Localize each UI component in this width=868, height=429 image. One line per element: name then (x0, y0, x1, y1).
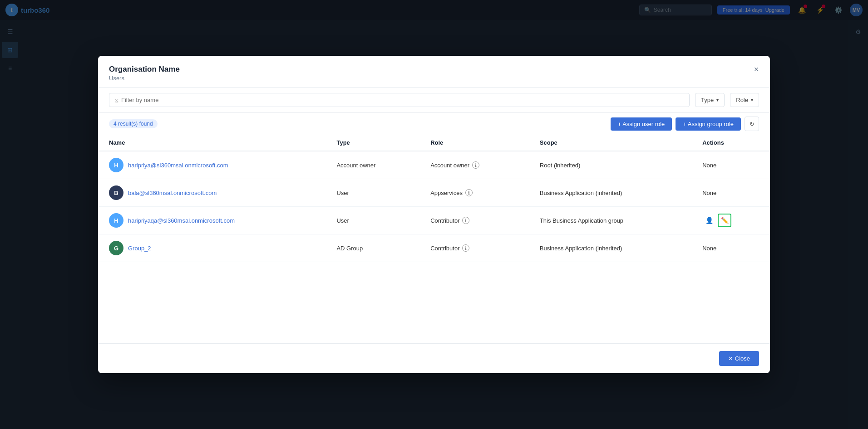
user-link[interactable]: bala@sl360msal.onmicrosoft.com (128, 190, 217, 196)
remove-user-icon: 👤 (705, 217, 713, 224)
type-cell: User (326, 207, 419, 234)
chevron-down-icon: ▾ (716, 98, 719, 102)
table-row: B bala@sl360msal.onmicrosoft.com User Ap… (98, 179, 770, 207)
scope-cell: This Business Application group (529, 207, 691, 234)
role-cell: Contributor ℹ (419, 234, 529, 262)
col-header-type: Type (326, 135, 419, 151)
user-link[interactable]: haripriya@sl360msal.onmicrosoft.com (128, 162, 228, 169)
table-header: Name Type Role Scope Actions (98, 135, 770, 151)
type-cell: AD Group (326, 234, 419, 262)
refresh-icon: ↻ (750, 121, 755, 127)
table-row: H haripriyaqa@sl360msal.onmicrosoft.com … (98, 207, 770, 234)
edit-user-button[interactable]: ✏️ (718, 214, 731, 227)
actions-cell[interactable]: 👤 ✏️ (691, 207, 770, 234)
role-dropdown[interactable]: Role ▾ (730, 93, 759, 107)
col-header-role: Role (419, 135, 529, 151)
modal-overlay: Organisation Name Users × ⧖ Type ▾ Role … (0, 0, 868, 429)
type-dropdown[interactable]: Type ▾ (695, 93, 725, 107)
type-cell: Account owner (326, 151, 419, 179)
chevron-down-icon: ▾ (751, 98, 753, 102)
actions-right: + Assign user role + Assign group role ↻ (611, 117, 759, 131)
edit-user-icon: ✏️ (721, 217, 729, 224)
avatar: G (109, 241, 123, 255)
scope-cell: Business Application (inherited) (529, 179, 691, 207)
user-link[interactable]: Group_2 (128, 245, 151, 252)
remove-user-button[interactable]: 👤 (702, 214, 716, 227)
user-name-cell: H haripriyaqa@sl360msal.onmicrosoft.com (98, 207, 326, 234)
type-dropdown-label: Type (701, 97, 714, 103)
role-info-icon[interactable]: ℹ (465, 189, 473, 196)
role-cell: Account owner ℹ (419, 151, 529, 179)
avatar: H (109, 158, 123, 172)
col-header-name: Name (98, 135, 326, 151)
col-header-scope: Scope (529, 135, 691, 151)
filter-icon: ⧖ (115, 97, 118, 103)
col-header-actions: Actions (691, 135, 770, 151)
avatar: B (109, 185, 123, 200)
table-row: G Group_2 AD Group Contributor ℹ Busines… (98, 234, 770, 262)
actions-cell: None (691, 234, 770, 262)
assign-user-role-button[interactable]: + Assign user role (611, 117, 672, 131)
avatar: H (109, 213, 123, 228)
table-row: H haripriya@sl360msal.onmicrosoft.com Ac… (98, 151, 770, 179)
user-name-cell: H haripriya@sl360msal.onmicrosoft.com (98, 151, 326, 179)
modal-footer: ✕ Close (98, 343, 770, 373)
close-modal-button[interactable]: ✕ Close (719, 351, 759, 366)
users-table-container: Name Type Role Scope Actions H haripriya (98, 135, 770, 343)
role-cell: Appservices ℹ (419, 179, 529, 207)
modal-title: Organisation Name (109, 65, 759, 74)
results-badge: 4 result(s) found (109, 119, 158, 128)
user-name-cell: B bala@sl360msal.onmicrosoft.com (98, 179, 326, 207)
modal-header: Organisation Name Users × (98, 56, 770, 88)
actions-cell: None (691, 151, 770, 179)
refresh-button[interactable]: ↻ (745, 117, 759, 131)
users-table: Name Type Role Scope Actions H haripriya (98, 135, 770, 262)
role-info-icon[interactable]: ℹ (462, 244, 469, 252)
user-name-cell: G Group_2 (98, 234, 326, 262)
table-body: H haripriya@sl360msal.onmicrosoft.com Ac… (98, 151, 770, 262)
scope-cell: Root (inherited) (529, 151, 691, 179)
modal-subtitle: Users (109, 75, 759, 82)
filter-by-name-input[interactable] (121, 97, 684, 103)
modal-close-button[interactable]: × (750, 63, 763, 76)
role-dropdown-label: Role (736, 97, 748, 103)
filter-input-container[interactable]: ⧖ (109, 93, 690, 107)
role-cell: Contributor ℹ (419, 207, 529, 234)
users-modal: Organisation Name Users × ⧖ Type ▾ Role … (98, 56, 770, 373)
user-link[interactable]: haripriyaqa@sl360msal.onmicrosoft.com (128, 217, 235, 224)
scope-cell: Business Application (inherited) (529, 234, 691, 262)
actions-bar: 4 result(s) found + Assign user role + A… (98, 113, 770, 135)
filter-toolbar: ⧖ Type ▾ Role ▾ (98, 88, 770, 113)
type-cell: User (326, 179, 419, 207)
role-info-icon[interactable]: ℹ (462, 217, 469, 224)
actions-cell: None (691, 179, 770, 207)
role-info-icon[interactable]: ℹ (472, 161, 479, 169)
assign-group-role-button[interactable]: + Assign group role (676, 117, 741, 131)
